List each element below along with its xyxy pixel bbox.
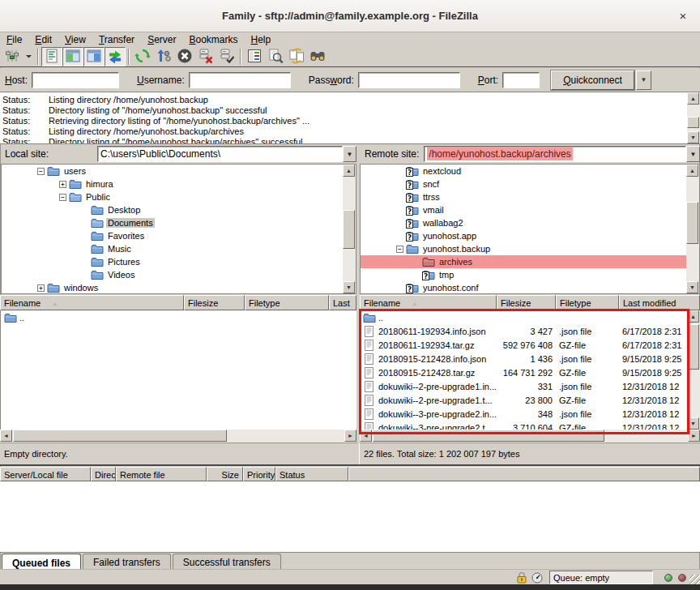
local-files-hscrollbar[interactable]: ◄ ► — [0, 430, 356, 442]
scroll-right-icon[interactable]: ► — [344, 430, 356, 442]
remote-site-combo[interactable]: /home/yunohost.backup/archives — [424, 146, 686, 162]
remote-files-scrollbar[interactable]: ▲ ▼ — [687, 310, 700, 430]
tree-item-ttrss[interactable]: ?ttrss — [361, 190, 699, 203]
tree-item-Videos[interactable]: Videos — [2, 268, 356, 281]
scroll-right-icon[interactable]: ► — [688, 430, 700, 442]
column-header-filetype[interactable]: Filetype — [556, 295, 619, 310]
scroll-left-icon[interactable]: ◄ — [360, 430, 372, 442]
local-tree-scrollbar-thumb[interactable] — [343, 210, 355, 249]
menu-help[interactable]: Help — [245, 33, 278, 46]
scroll-up-icon[interactable]: ▲ — [687, 310, 699, 323]
speed-limits-icon[interactable] — [531, 572, 543, 584]
password-input[interactable] — [358, 72, 460, 88]
file-row-dokuwiki-3-pre-upgrade2-in-[interactable]: dokuwiki--3-pre-upgrade2.in...348.json f… — [360, 407, 687, 421]
log-scrollbar[interactable]: ▲ ▼ — [687, 92, 700, 143]
tree-item-tmp[interactable]: ?tmp — [361, 268, 699, 281]
site-manager-button[interactable] — [2, 47, 23, 66]
tab-successful-transfers[interactable]: Successful transfers — [173, 554, 281, 569]
process-queue-button[interactable] — [153, 47, 174, 66]
tree-item-users[interactable]: −users — [2, 165, 356, 177]
remote-files-scrollbar-thumb[interactable] — [687, 324, 699, 370]
tree-item-wallabag2[interactable]: ?wallabag2 — [361, 216, 699, 229]
site-manager-dropdown-button[interactable] — [23, 47, 35, 66]
tree-item-yunohost.app[interactable]: ?yunohost.app — [361, 229, 699, 242]
message-log-toggle-button[interactable] — [41, 47, 62, 66]
remote-files-hscrollbar[interactable]: ◄ ► — [360, 430, 700, 442]
collapse-icon[interactable]: − — [59, 194, 66, 201]
menu-transfer[interactable]: Transfer — [92, 33, 141, 46]
tree-item-yunohost.conf[interactable]: ?yunohost.conf — [361, 281, 699, 294]
quickconnect-button[interactable]: Quickconnect — [551, 71, 634, 90]
menu-file[interactable]: File — [0, 33, 28, 46]
queue-column-remote-file[interactable]: Remote file — [116, 467, 207, 481]
local-site-dropdown-icon[interactable]: ▼ — [343, 146, 356, 162]
column-header-filetype[interactable]: Filetype — [245, 295, 329, 310]
tree-item-Pictures[interactable]: Pictures — [2, 255, 356, 268]
log-scrollbar-thumb[interactable] — [687, 117, 699, 128]
scroll-up-icon[interactable]: ▲ — [687, 92, 699, 105]
queue-column-status[interactable]: Status — [275, 467, 348, 481]
refresh-button[interactable] — [132, 47, 153, 66]
file-row-dokuwiki-2-pre-upgrade1-in-[interactable]: dokuwiki--2-pre-upgrade1.in...331.json f… — [360, 379, 687, 393]
collapse-icon[interactable]: − — [37, 168, 45, 175]
tree-item-vmail[interactable]: ?vmail — [361, 203, 699, 216]
remote-hscroll-thumb[interactable] — [373, 430, 604, 442]
file-row-20180611-192934-info-json[interactable]: 20180611-192934.info.json3 427.json file… — [360, 324, 687, 338]
transfer-queue-toggle-button[interactable] — [105, 47, 126, 66]
tree-item-archives[interactable]: archives — [361, 255, 699, 268]
scroll-down-icon[interactable]: ▼ — [687, 131, 699, 143]
quickconnect-dropdown-icon[interactable]: ▼ — [636, 71, 651, 90]
scroll-down-icon[interactable]: ▼ — [687, 417, 699, 430]
local-tree-toggle-button[interactable] — [62, 47, 83, 66]
tab-failed-transfers[interactable]: Failed transfers — [83, 554, 171, 569]
tree-item-Desktop[interactable]: Desktop — [2, 203, 356, 216]
local-site-combo[interactable]: C:\users\Public\Documents\ — [97, 146, 343, 162]
queue-column-priority[interactable]: Priority — [243, 467, 275, 481]
scroll-up-icon[interactable]: ▲ — [686, 165, 698, 177]
column-header-filename[interactable]: Filename▲ — [360, 295, 497, 310]
file-row--[interactable]: .. — [360, 310, 687, 324]
expand-icon[interactable]: + — [59, 181, 66, 188]
synchronized-browsing-button[interactable] — [307, 47, 328, 66]
remote-site-dropdown-icon[interactable]: ▼ — [686, 146, 700, 162]
column-header-filesize[interactable]: Filesize — [184, 295, 245, 310]
disconnect-button[interactable] — [195, 47, 216, 66]
column-header-filesize[interactable]: Filesize — [497, 295, 556, 310]
menu-server[interactable]: Server — [141, 33, 182, 46]
file-row-dokuwiki-2-pre-upgrade1-t-[interactable]: dokuwiki--2-pre-upgrade1.t...23 800GZ-fi… — [360, 393, 687, 407]
local-hscroll-thumb[interactable] — [13, 430, 227, 442]
tree-item-windows[interactable]: +windows — [2, 281, 356, 294]
close-icon[interactable]: × — [674, 6, 692, 24]
queue-column-size[interactable]: Size — [207, 467, 243, 481]
menu-view[interactable]: View — [58, 33, 92, 46]
scroll-left-icon[interactable]: ◄ — [0, 430, 12, 442]
cancel-button[interactable] — [174, 47, 195, 66]
expand-icon[interactable]: + — [37, 284, 45, 292]
host-input[interactable] — [32, 72, 119, 88]
menu-edit[interactable]: Edit — [28, 33, 58, 46]
column-header-filename[interactable]: Filename▲ — [0, 295, 184, 310]
scroll-down-icon[interactable]: ▼ — [343, 281, 355, 293]
filter-button[interactable] — [244, 47, 265, 66]
lock-icon[interactable] — [516, 571, 527, 584]
reconnect-button[interactable] — [216, 47, 237, 66]
remote-tree-toggle-button[interactable] — [83, 47, 105, 66]
file-row-20180915-212428-info-json[interactable]: 20180915-212428.info.json1 436.json file… — [360, 352, 687, 366]
queue-column-server-local-file[interactable]: Server/Local file — [0, 467, 91, 481]
column-header-last[interactable]: Last — [329, 295, 356, 310]
scroll-down-icon[interactable]: ▼ — [686, 281, 698, 293]
local-tree-scrollbar[interactable]: ▲ ▼ — [343, 165, 356, 293]
tree-item-sncf[interactable]: ?sncf — [361, 177, 699, 190]
tree-item-himura[interactable]: +himura — [2, 177, 356, 190]
remote-tree-scrollbar[interactable]: ▲ ▼ — [686, 165, 699, 293]
tree-item-Public[interactable]: −Public — [2, 190, 356, 203]
username-input[interactable] — [189, 72, 291, 88]
file-row-20180915-212428-tar-gz[interactable]: 20180915-212428.tar.gz164 731 292GZ-file… — [360, 366, 687, 379]
tree-item-Documents[interactable]: Documents — [2, 216, 356, 229]
file-row-20180611-192934-tar-gz[interactable]: 20180611-192934.tar.gz592 976 408GZ-file… — [360, 338, 687, 352]
menu-bookmarks[interactable]: Bookmarks — [182, 33, 244, 46]
column-header-last-modified[interactable]: Last modified — [619, 295, 700, 310]
queue-column-direction[interactable]: Direction — [91, 467, 116, 481]
tab-queued-files[interactable]: Queued files — [2, 554, 81, 571]
remote-tree-scrollbar-thumb[interactable] — [686, 202, 698, 244]
